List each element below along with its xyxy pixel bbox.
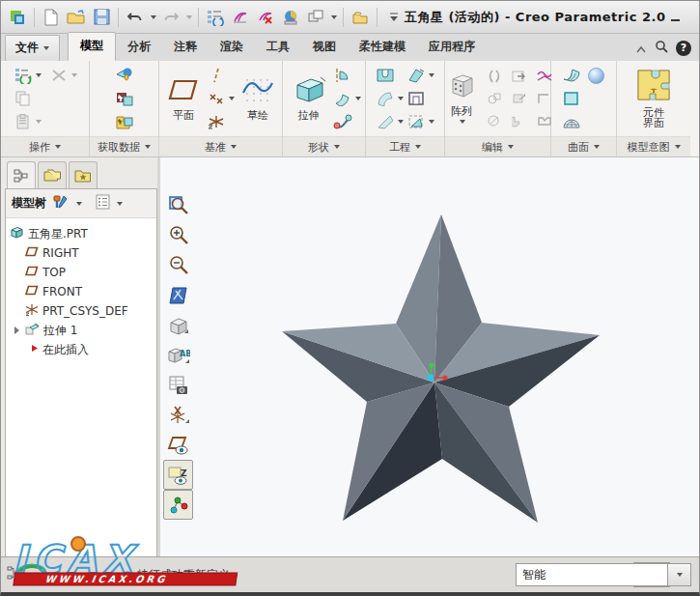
tab-tools[interactable]: 工具 bbox=[255, 34, 301, 61]
selection-filter-value[interactable]: 智能 bbox=[516, 563, 668, 586]
redo-button[interactable] bbox=[160, 7, 182, 28]
group-label-operations[interactable]: 操作 bbox=[1, 136, 89, 156]
extrude-button[interactable]: 拉伸 bbox=[288, 73, 330, 124]
tab-flexible-modeling[interactable]: 柔性建模 bbox=[348, 34, 417, 61]
extrude-big-icon bbox=[292, 75, 326, 108]
render-delete-icon[interactable] bbox=[255, 7, 276, 28]
tab-render[interactable]: 渲染 bbox=[209, 34, 255, 61]
customize-qat-button[interactable] bbox=[383, 7, 405, 28]
tree-tools-dropdown[interactable] bbox=[76, 202, 82, 206]
rib-icon[interactable] bbox=[406, 112, 426, 131]
datum-display-button[interactable] bbox=[163, 400, 193, 430]
revolve-icon[interactable] bbox=[333, 66, 352, 85]
datum-point-icon[interactable] bbox=[207, 89, 226, 108]
user-defined-feature-icon[interactable] bbox=[115, 66, 134, 85]
group-label-engineering[interactable]: 工程 bbox=[366, 136, 444, 156]
spin-center-button[interactable] bbox=[163, 490, 193, 520]
tree-settings-icon[interactable] bbox=[96, 194, 110, 213]
zoom-out-button[interactable] bbox=[163, 250, 193, 280]
chamfer-icon[interactable] bbox=[376, 112, 395, 131]
saved-orientations-button[interactable]: AB bbox=[163, 340, 193, 370]
boundary-blend-icon[interactable] bbox=[562, 66, 581, 85]
tree-item-top[interactable]: TOP bbox=[8, 263, 154, 282]
hole-icon[interactable] bbox=[376, 66, 395, 85]
helical-sweep-icon[interactable] bbox=[333, 112, 352, 131]
group-label-model-intent[interactable]: 模型意图 bbox=[617, 136, 690, 156]
tree-item-extrude1[interactable]: 拉伸 1 bbox=[8, 321, 154, 340]
expand-icon[interactable] bbox=[14, 326, 19, 334]
folder-browser-tab[interactable] bbox=[38, 161, 67, 188]
fill-icon[interactable] bbox=[562, 89, 581, 108]
windows-button[interactable] bbox=[305, 7, 326, 28]
group-operations: 操作 bbox=[1, 61, 90, 156]
tab-annotate[interactable]: 注释 bbox=[162, 34, 209, 61]
datum-csys-icon[interactable] bbox=[207, 112, 226, 131]
sweep-icon[interactable] bbox=[333, 89, 352, 108]
collapse-ribbon-icon[interactable] bbox=[635, 39, 647, 57]
extend-icon bbox=[510, 67, 529, 86]
tab-model[interactable]: 模型 bbox=[68, 32, 116, 61]
group-label-get-data[interactable]: 获取数据 bbox=[90, 136, 158, 156]
search-icon[interactable] bbox=[655, 39, 668, 57]
undo-dropdown[interactable] bbox=[151, 15, 156, 19]
svg-text:AB: AB bbox=[180, 350, 190, 358]
sketch-button[interactable]: 草绘 bbox=[238, 73, 278, 124]
group-shapes: 拉伸 形状 bbox=[283, 61, 366, 156]
group-label-surfaces[interactable]: 曲面 bbox=[551, 136, 616, 156]
tree-item-right[interactable]: RIGHT bbox=[8, 243, 154, 263]
regenerate-list-icon[interactable] bbox=[14, 66, 33, 85]
plane-tag-display-button[interactable]: Z bbox=[163, 460, 193, 490]
sphere-icon[interactable] bbox=[587, 66, 606, 85]
draft-icon[interactable] bbox=[406, 66, 426, 85]
zoom-in-button[interactable] bbox=[163, 220, 193, 250]
pattern-button[interactable]: 阵列 bbox=[441, 71, 482, 126]
tree-item-csys[interactable]: PRT_CSYS_DEF bbox=[8, 301, 154, 321]
minimize-button[interactable] bbox=[665, 9, 686, 25]
tab-view[interactable]: 视图 bbox=[301, 34, 348, 61]
tree-tools-icon[interactable] bbox=[52, 194, 70, 213]
datum-axis-icon[interactable] bbox=[207, 66, 226, 85]
creo-window: 五角星 (活动的) - Creo Parametric 2.0 文件 模型 分析… bbox=[0, 0, 700, 596]
regenerate-button[interactable] bbox=[205, 7, 226, 28]
repaint-button[interactable] bbox=[163, 280, 193, 310]
round-icon[interactable] bbox=[376, 89, 395, 108]
navigator-toggle-icon[interactable] bbox=[7, 565, 22, 584]
display-style-button[interactable] bbox=[163, 310, 193, 340]
undo-button[interactable] bbox=[125, 7, 146, 28]
tree-item-part[interactable]: 五角星.PRT bbox=[8, 224, 154, 243]
refit-button[interactable] bbox=[163, 190, 193, 220]
windows-dropdown[interactable] bbox=[331, 15, 337, 19]
render-setup-icon[interactable] bbox=[230, 7, 251, 28]
selection-filter-dropdown[interactable] bbox=[668, 563, 691, 586]
new-file-button[interactable] bbox=[41, 7, 62, 28]
appearance-gallery-icon[interactable] bbox=[280, 7, 301, 28]
tree-item-front[interactable]: FRONT bbox=[8, 282, 154, 301]
restore-button[interactable] bbox=[696, 9, 700, 25]
tab-file[interactable]: 文件 bbox=[5, 35, 60, 61]
group-get-data: 获取数据 bbox=[90, 61, 159, 156]
save-button[interactable] bbox=[91, 7, 112, 28]
group-label-datum[interactable]: 基准 bbox=[159, 136, 282, 156]
favorites-tab[interactable] bbox=[69, 161, 98, 188]
redo-dropdown[interactable] bbox=[186, 15, 192, 19]
copy-geometry-icon[interactable] bbox=[115, 89, 134, 108]
annotation-display-button[interactable] bbox=[163, 430, 193, 460]
tab-applications[interactable]: 应用程序 bbox=[417, 34, 487, 61]
freestyle-icon[interactable] bbox=[562, 112, 581, 131]
graphics-area[interactable]: AB Z bbox=[160, 157, 699, 561]
datum-plane-button[interactable]: 平面 bbox=[163, 73, 204, 124]
shrinkwrap-icon[interactable] bbox=[115, 112, 134, 131]
view-manager-button[interactable] bbox=[163, 370, 193, 400]
model-tree-tab[interactable] bbox=[7, 161, 36, 188]
tree-settings-dropdown[interactable] bbox=[117, 202, 123, 206]
session-folder-icon[interactable] bbox=[350, 7, 371, 28]
group-label-edit[interactable]: 编辑 bbox=[445, 136, 550, 156]
tree-item-insert-here[interactable]: 在此插入 bbox=[8, 340, 154, 359]
open-file-button[interactable] bbox=[66, 7, 87, 28]
tab-analysis[interactable]: 分析 bbox=[116, 34, 162, 61]
component-interface-button[interactable]: 元件 界面 bbox=[632, 67, 675, 131]
help-icon[interactable]: ? bbox=[676, 41, 691, 56]
star-model[interactable] bbox=[160, 157, 697, 561]
group-label-shapes[interactable]: 形状 bbox=[283, 136, 365, 156]
shell-icon[interactable] bbox=[406, 89, 426, 108]
